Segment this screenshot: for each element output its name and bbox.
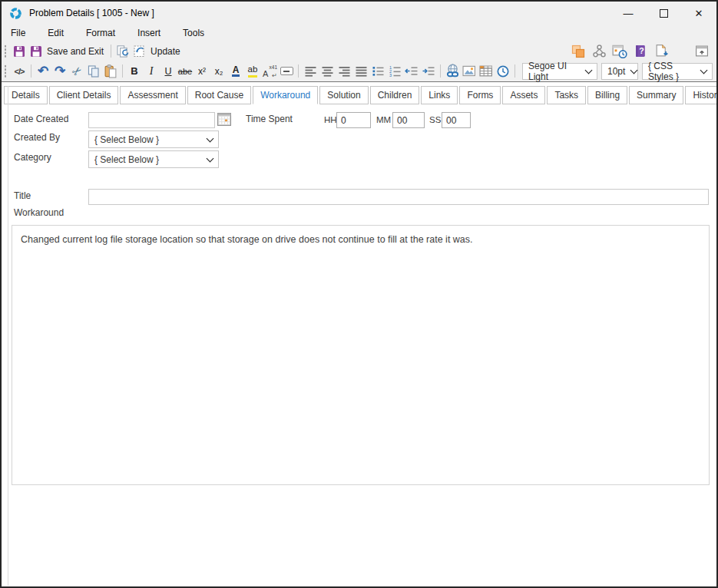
redo-button[interactable]: ↷ xyxy=(51,63,68,79)
window-controls: — ✕ xyxy=(610,2,716,25)
align-left-button[interactable] xyxy=(302,63,319,79)
orange-squares-icon xyxy=(571,44,586,59)
hh-input[interactable] xyxy=(336,112,371,128)
date-picker-button[interactable] xyxy=(217,113,231,127)
update-button[interactable] xyxy=(131,43,148,59)
html-source-button[interactable]: </> xyxy=(11,63,28,79)
menu-insert[interactable]: Insert xyxy=(135,28,170,38)
tab-links[interactable]: Links xyxy=(421,86,458,104)
undo-button[interactable]: ↶ xyxy=(35,63,51,79)
maximize-icon xyxy=(660,9,668,18)
category-dropdown[interactable]: { Select Below } xyxy=(88,150,219,168)
page-export-icon xyxy=(654,44,669,58)
font-color-icon[interactable]: A xyxy=(232,65,240,78)
time-spent-label: Time Spent xyxy=(246,114,293,124)
date-created-input[interactable] xyxy=(88,112,215,128)
chevron-down-icon xyxy=(207,154,214,162)
mm-input[interactable] xyxy=(392,112,425,128)
insert-link-button[interactable] xyxy=(444,63,461,79)
tab-root-cause[interactable]: Root Cause xyxy=(187,86,251,104)
format-toolbar: </> ↶ ↷ ✂ B I U abe xyxy=(2,61,716,81)
window-title: Problem Details [ 1005 - New ] xyxy=(29,8,610,18)
outdent-button[interactable] xyxy=(403,63,420,79)
strikethrough-button[interactable]: abe xyxy=(177,63,194,79)
tab-billing[interactable]: Billing xyxy=(587,86,627,104)
refresh-document-button[interactable] xyxy=(114,43,131,59)
schedule-button[interactable] xyxy=(611,43,628,59)
svg-text:?: ? xyxy=(639,46,644,55)
indent-button[interactable] xyxy=(420,63,437,79)
tab-history[interactable]: History xyxy=(685,86,718,104)
collapse-toolbar-button[interactable] xyxy=(693,43,710,59)
workaround-tab-panel: Date Created Time Spent HH MM SS Created… xyxy=(2,104,716,586)
underline-button[interactable]: U xyxy=(160,63,177,79)
copy-button[interactable] xyxy=(85,63,102,79)
toolbar-grip[interactable] xyxy=(4,45,7,58)
paste-icon xyxy=(104,64,117,78)
menu-file[interactable]: File xyxy=(8,28,35,38)
align-justify-button[interactable] xyxy=(352,63,369,79)
export-page-button[interactable] xyxy=(653,43,670,59)
tab-workaround[interactable]: Workaround xyxy=(253,86,318,104)
horizontal-rule-button[interactable] xyxy=(278,63,295,79)
created-by-value: { Select Below } xyxy=(94,134,159,145)
toolbar-separator xyxy=(122,64,123,78)
cut-icon[interactable]: ✂ xyxy=(68,63,84,80)
update-label[interactable]: Update xyxy=(151,46,180,57)
highlight-color-icon[interactable]: ab xyxy=(248,64,258,77)
align-center-button[interactable] xyxy=(319,63,336,79)
bring-forward-button[interactable] xyxy=(570,43,587,59)
clock-icon xyxy=(496,64,510,78)
paste-button[interactable] xyxy=(102,63,119,79)
css-styles-dropdown[interactable]: { CSS Styles } xyxy=(642,63,713,80)
menu-edit[interactable]: Edit xyxy=(45,28,73,38)
title-label: Title xyxy=(14,190,31,201)
subscript-button[interactable]: x₂ xyxy=(210,63,227,79)
svg-text:3: 3 xyxy=(389,73,392,78)
tab-assets[interactable]: Assets xyxy=(502,86,545,104)
workaround-editor[interactable]: Changed current log file storage locatio… xyxy=(12,225,710,485)
bold-button[interactable]: B xyxy=(126,63,143,79)
insert-image-button[interactable] xyxy=(461,63,478,79)
save-and-exit-button[interactable] xyxy=(28,43,45,59)
bullet-list-button[interactable] xyxy=(369,63,386,79)
font-family-dropdown[interactable]: Segoe UI Light xyxy=(522,63,597,80)
toolbar-grip[interactable] xyxy=(4,64,7,78)
italic-button[interactable]: I xyxy=(143,63,160,79)
knowledge-base-button[interactable]: ? xyxy=(632,43,649,59)
save-button[interactable] xyxy=(11,43,28,59)
align-right-button[interactable] xyxy=(336,63,352,79)
numbered-list-button[interactable]: 1 2 3 xyxy=(386,63,403,79)
align-left-icon xyxy=(304,64,317,78)
tab-summary[interactable]: Summary xyxy=(629,86,683,104)
insert-symbol-button[interactable]: A x41 ↵ xyxy=(261,63,278,79)
insert-table-button[interactable] xyxy=(478,63,495,79)
created-by-dropdown[interactable]: { Select Below } xyxy=(88,130,219,148)
superscript-button[interactable]: x² xyxy=(194,63,210,79)
save-and-exit-label[interactable]: Save and Exit xyxy=(47,46,104,57)
tab-forms[interactable]: Forms xyxy=(459,86,501,104)
created-by-label: Created By xyxy=(14,132,60,143)
toolbar-right-icons: ? xyxy=(570,43,710,59)
outdent-icon xyxy=(405,64,419,78)
menu-format[interactable]: Format xyxy=(84,28,124,38)
tab-solution[interactable]: Solution xyxy=(319,86,368,104)
calendar-clock-icon xyxy=(612,44,627,58)
font-size-dropdown[interactable]: 10pt xyxy=(601,63,638,80)
css-styles-value: { CSS Styles } xyxy=(648,61,695,82)
maximize-button[interactable] xyxy=(646,2,681,25)
chevron-down-icon xyxy=(700,66,708,74)
tab-assessment[interactable]: Assessment xyxy=(120,86,185,104)
ss-input[interactable] xyxy=(442,112,471,128)
title-input[interactable] xyxy=(88,189,709,205)
minimize-button[interactable]: — xyxy=(610,2,646,25)
relationships-button[interactable] xyxy=(591,43,607,59)
menu-tools[interactable]: Tools xyxy=(180,28,213,38)
tab-strip: Details Client Details Assessment Root C… xyxy=(2,82,716,104)
tab-children[interactable]: Children xyxy=(370,86,420,104)
close-button[interactable]: ✕ xyxy=(681,2,716,25)
tab-details[interactable]: Details xyxy=(4,86,48,104)
tab-client-details[interactable]: Client Details xyxy=(49,86,119,104)
insert-time-button[interactable] xyxy=(495,63,511,79)
tab-tasks[interactable]: Tasks xyxy=(547,86,586,104)
